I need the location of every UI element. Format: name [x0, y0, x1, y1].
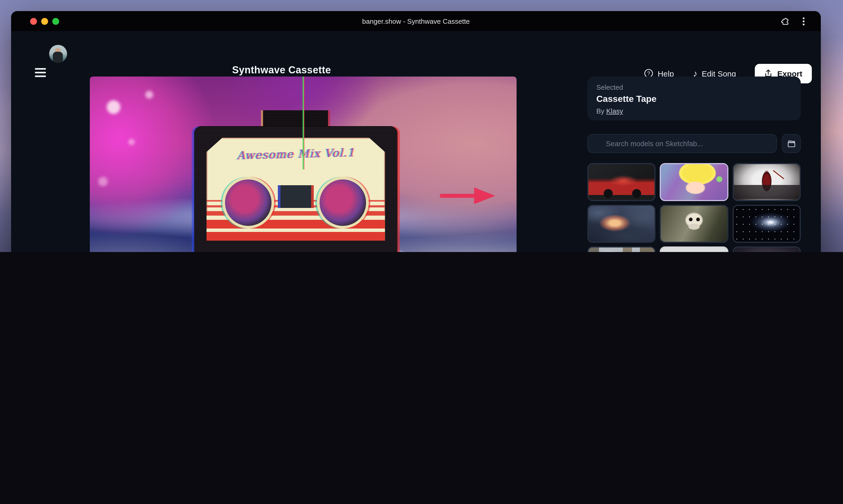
selected-heading: Selected — [596, 84, 792, 91]
clapperboard-icon — [787, 139, 796, 148]
model-thumb-red-cloaked-warrior[interactable] — [732, 163, 801, 201]
cassette-tape-3d-model: Awesome Mix Vol.1 — [194, 127, 397, 252]
bokeh-light — [98, 177, 108, 186]
hamburger-menu-icon[interactable] — [35, 68, 46, 77]
cassette-handwritten-title: Awesome Mix Vol.1 — [206, 145, 385, 163]
model-thumb-anime-girl[interactable] — [660, 163, 728, 201]
desktop: banger.show - Synthwave Cassette Synthwa… — [0, 0, 843, 252]
model-results-grid — [587, 163, 801, 252]
model-thumb-vintage-toy-car[interactable] — [732, 247, 801, 252]
glitch-line — [303, 76, 304, 170]
model-thumb-skull[interactable] — [660, 205, 728, 243]
user-avatar[interactable] — [49, 45, 67, 63]
video-preview[interactable]: Awesome Mix Vol.1 — [90, 76, 517, 252]
cassette-reel-left — [223, 177, 274, 229]
bokeh-light — [145, 91, 153, 99]
window-title: banger.show - Synthwave Cassette — [11, 11, 821, 31]
search-models-input[interactable] — [587, 134, 777, 153]
app-window: banger.show - Synthwave Cassette Synthwa… — [11, 11, 821, 252]
model-thumb-shiba-dog[interactable] — [660, 247, 728, 252]
model-thumb-red-sports-car[interactable] — [587, 163, 656, 201]
model-thumb-spiral-galaxy[interactable] — [732, 205, 801, 243]
selected-model-card: Selected Cassette Tape By Klasy — [587, 76, 801, 120]
model-thumb-storm-clouds[interactable] — [587, 205, 656, 243]
titlebar: banger.show - Synthwave Cassette — [11, 11, 821, 31]
author-link[interactable]: Klasy — [606, 107, 623, 115]
glitch-arrow — [440, 187, 495, 204]
app-header: Synthwave Cassette ? Help ♪ Edit Song E — [11, 31, 821, 76]
svg-text:?: ? — [647, 70, 650, 76]
model-thumb-abandoned-city[interactable] — [587, 247, 656, 252]
project-title: Synthwave Cassette — [232, 65, 331, 76]
browser-menu-kebab-icon[interactable] — [802, 17, 805, 25]
clapperboard-button[interactable] — [782, 134, 801, 153]
selected-model-author: By Klasy — [596, 107, 792, 115]
selected-model-name: Cassette Tape — [596, 94, 792, 105]
extensions-puzzle-icon[interactable] — [781, 17, 790, 25]
bokeh-light — [128, 139, 134, 145]
cassette-reel-right — [317, 177, 369, 229]
bokeh-light — [107, 100, 121, 114]
